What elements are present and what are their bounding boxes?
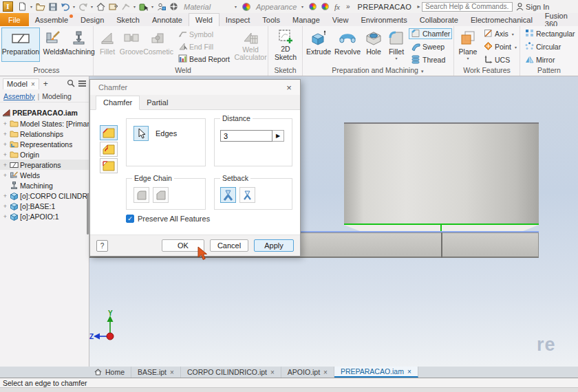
cancel-button[interactable]: Cancel xyxy=(210,239,248,252)
sign-in-button[interactable]: Sign In xyxy=(513,3,552,11)
add-browser-tab-button[interactable]: + xyxy=(42,79,50,89)
axis-button[interactable]: Axis ▾ xyxy=(482,28,517,39)
open-folder-icon[interactable] xyxy=(34,1,46,12)
close-icon[interactable]: × xyxy=(323,369,328,376)
document-arrow-icon[interactable]: ▸ xyxy=(416,3,421,10)
tab-electromechanical[interactable]: Electromechanical xyxy=(464,13,539,26)
undo-icon[interactable] xyxy=(59,1,71,12)
extrude-button[interactable]: Extrude xyxy=(306,28,332,62)
tab-inspect[interactable]: Inspect xyxy=(220,13,256,26)
tab-manage[interactable]: Manage xyxy=(286,13,326,26)
mode-assembly-link[interactable]: Assembly xyxy=(3,92,35,100)
apply-button[interactable]: Apply xyxy=(254,239,294,252)
clear-appearance-icon[interactable] xyxy=(319,1,331,12)
doc-tab-base[interactable]: BASE.ipt × xyxy=(131,367,181,378)
revolve-button[interactable]: Revolve xyxy=(333,28,362,62)
doc-tab-preparacao[interactable]: PREPARACAO.iam × xyxy=(334,367,418,378)
annotate-person-icon[interactable] xyxy=(156,1,167,12)
tab-assemble[interactable]: Assemble xyxy=(29,13,74,26)
groove-weld-button[interactable]: Groove xyxy=(119,28,144,62)
two-distances-chamfer-type-button[interactable] xyxy=(100,158,118,173)
browser-tab-model[interactable]: Model × xyxy=(3,78,39,89)
expand-icon[interactable]: + xyxy=(2,131,8,138)
panel-label-process[interactable]: Process xyxy=(0,66,93,74)
tab-annotate[interactable]: Annotate xyxy=(146,13,189,26)
dof-dropdown-icon[interactable]: ▾ xyxy=(132,4,137,9)
app-logo-icon[interactable]: I xyxy=(3,1,13,12)
dialog-close-icon[interactable]: × xyxy=(283,83,295,93)
tab-design[interactable]: Design xyxy=(74,13,110,26)
distance-chamfer-type-button[interactable] xyxy=(100,125,118,140)
tab-collaborate[interactable]: Collaborate xyxy=(414,13,464,26)
help-button[interactable]: ? xyxy=(96,240,108,252)
distance-flyout-button[interactable]: ▶ xyxy=(272,130,284,142)
fillet-button[interactable]: Fillet ▾ xyxy=(385,28,407,67)
thread-button[interactable]: Thread xyxy=(409,54,447,65)
edges-select-button[interactable] xyxy=(133,126,149,141)
sweep-button[interactable]: Sweep xyxy=(409,41,447,52)
fillet-weld-button[interactable]: Fillet xyxy=(97,28,118,62)
expand-icon[interactable]: + xyxy=(2,141,8,148)
degrees-of-freedom-icon[interactable] xyxy=(120,1,131,12)
tree-item-base[interactable]: + [o]:BASE:1 xyxy=(0,201,89,211)
material-combo[interactable]: Material ▾ xyxy=(180,1,239,12)
end-fill-button[interactable]: End Fill xyxy=(176,41,215,52)
tree-item-representations[interactable]: + Representations xyxy=(0,139,89,149)
expand-icon[interactable]: + xyxy=(2,172,8,179)
tab-environments[interactable]: Environments xyxy=(354,13,413,26)
save-icon[interactable] xyxy=(47,1,58,12)
expand-icon[interactable]: + xyxy=(2,162,8,168)
checkbox-checked-icon[interactable]: ✓ xyxy=(126,215,134,223)
panel-label-work-features[interactable]: Work Features xyxy=(454,66,520,74)
color-wheel-icon[interactable] xyxy=(240,1,252,12)
tree-item-model-states[interactable]: + Model States: [Primary] xyxy=(0,118,89,129)
expand-icon[interactable]: + xyxy=(2,120,8,127)
browser-menu-icon[interactable] xyxy=(78,80,87,89)
tab-file[interactable]: File xyxy=(0,13,29,26)
expand-icon[interactable]: + xyxy=(2,213,8,220)
distance-input[interactable] xyxy=(220,130,272,142)
setback-off-button[interactable] xyxy=(239,187,255,203)
expand-icon[interactable]: + xyxy=(2,193,8,199)
preserve-features-row[interactable]: ✓ Preserve All Features xyxy=(126,215,210,223)
welds-button[interactable]: Welds xyxy=(41,28,65,62)
panel-label-weld[interactable]: Weld xyxy=(162,66,204,74)
2d-sketch-button[interactable]: 2D Sketch xyxy=(270,28,301,62)
bead-report-button[interactable]: Bead Report xyxy=(176,54,232,65)
tree-item-welds[interactable]: + Welds xyxy=(0,170,89,180)
redo-dropdown-icon[interactable]: ▾ xyxy=(89,4,94,9)
mirror-button[interactable]: Mirror xyxy=(523,54,557,65)
close-icon[interactable]: × xyxy=(270,369,275,376)
symbol-button[interactable]: Symbol xyxy=(176,29,215,40)
doc-tab-corpo-cilindrico[interactable]: CORPO CILINDRICO.ipt × xyxy=(181,367,281,378)
plane-button[interactable]: Plane ▾ xyxy=(456,28,480,67)
adjust-appearance-icon[interactable] xyxy=(307,1,319,12)
setback-on-button[interactable] xyxy=(220,187,236,203)
machining-button[interactable]: Machining xyxy=(63,28,94,62)
tree-item-apoio[interactable]: + [o]:APOIO:1 xyxy=(0,211,89,221)
distance-angle-chamfer-type-button[interactable] xyxy=(100,142,118,157)
preparation-button[interactable]: Preparation xyxy=(1,28,40,62)
dialog-tab-partial[interactable]: Partial xyxy=(140,96,175,109)
expand-icon[interactable]: + xyxy=(2,203,8,210)
measure-dropdown-icon[interactable]: ▾ xyxy=(150,4,155,9)
cosmetic-weld-button[interactable]: Cosmetic xyxy=(144,28,173,62)
tree-item-root[interactable]: PREPARACAO.iam xyxy=(0,107,89,118)
doc-tab-home[interactable]: Home xyxy=(88,367,131,378)
point-button[interactable]: Point ▾ xyxy=(482,41,520,52)
home-icon[interactable] xyxy=(95,1,107,12)
search-icon[interactable] xyxy=(67,79,75,89)
mode-modeling-link[interactable]: Modeling xyxy=(42,92,72,100)
model-cylinder-body[interactable] xyxy=(344,122,539,225)
tree-item-corpo-cilindrico[interactable]: + [o]:CORPO CILINDRICO xyxy=(0,190,89,201)
circular-pattern-button[interactable]: Circular xyxy=(523,41,563,52)
dialog-title-bar[interactable]: Chamfer × xyxy=(90,80,300,95)
panel-label-sketch[interactable]: Sketch xyxy=(268,66,302,74)
tree-item-origin[interactable]: + Origin xyxy=(0,149,89,160)
switch-window-icon[interactable] xyxy=(107,1,119,12)
redo-icon[interactable] xyxy=(77,1,89,12)
tree-item-preparations[interactable]: + Preparations xyxy=(0,160,89,170)
undo-dropdown-icon[interactable]: ▾ xyxy=(72,4,76,9)
hole-button[interactable]: Hole xyxy=(363,28,384,62)
panel-label-pattern[interactable]: Pattern xyxy=(520,66,578,74)
